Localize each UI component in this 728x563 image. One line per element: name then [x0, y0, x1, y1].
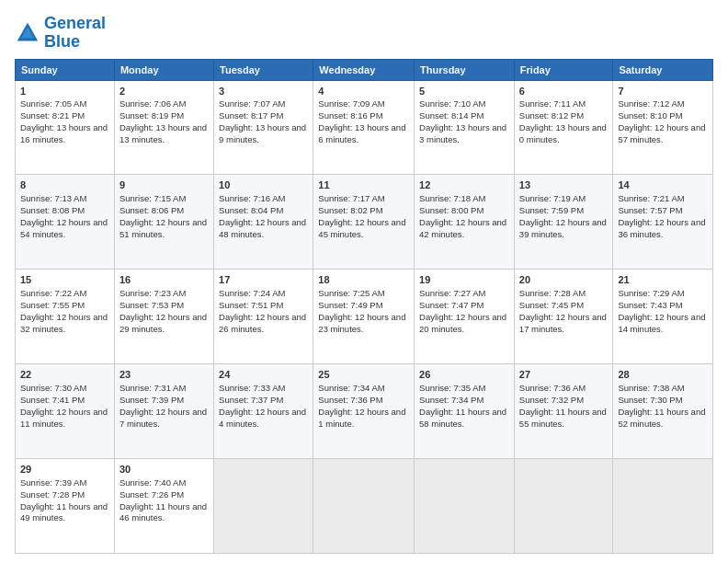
calendar-cell-day-7: 7Sunrise: 7:12 AMSunset: 8:10 PMDaylight… — [613, 80, 713, 175]
sunset: Sunset: 8:10 PM — [618, 110, 682, 121]
day-number: 8 — [20, 178, 109, 192]
sunset: Sunset: 7:55 PM — [20, 300, 85, 310]
calendar-cell-day-2: 2Sunrise: 7:06 AMSunset: 8:19 PMDaylight… — [114, 80, 213, 175]
sunrise: Sunrise: 7:39 AM — [20, 477, 86, 488]
sunrise: Sunrise: 7:15 AM — [119, 193, 186, 203]
daylight: Daylight: 12 hours and 20 minutes. — [419, 312, 506, 334]
daylight: Daylight: 12 hours and 26 minutes. — [219, 312, 306, 334]
daylight: Daylight: 12 hours and 51 minutes. — [119, 217, 207, 239]
calendar-cell-day-25: 25Sunrise: 7:34 AMSunset: 7:36 PMDayligh… — [313, 364, 415, 459]
day-number: 3 — [219, 85, 308, 98]
day-number: 12 — [419, 178, 509, 192]
sunset: Sunset: 8:21 PM — [20, 110, 85, 121]
calendar-header-thursday: Thursday — [415, 59, 515, 80]
daylight: Daylight: 11 hours and 52 minutes. — [618, 407, 705, 429]
calendar-cell-day-17: 17Sunrise: 7:24 AMSunset: 7:51 PMDayligh… — [214, 270, 313, 364]
calendar-cell-day-21: 21Sunrise: 7:29 AMSunset: 7:43 PMDayligh… — [613, 270, 713, 364]
day-number: 29 — [20, 463, 109, 477]
sunset: Sunset: 7:34 PM — [419, 395, 483, 405]
calendar-cell-day-6: 6Sunrise: 7:11 AMSunset: 8:12 PMDaylight… — [514, 80, 613, 175]
logo-text: General Blue — [44, 15, 106, 52]
calendar-week-5: 29Sunrise: 7:39 AMSunset: 7:28 PMDayligh… — [16, 459, 713, 554]
calendar-cell-day-13: 13Sunrise: 7:19 AMSunset: 7:59 PMDayligh… — [514, 175, 613, 270]
calendar-header-monday: Monday — [114, 59, 213, 80]
daylight: Daylight: 12 hours and 29 minutes. — [119, 312, 207, 334]
daylight: Daylight: 11 hours and 49 minutes. — [20, 501, 108, 523]
sunset: Sunset: 7:30 PM — [618, 395, 682, 405]
sunset: Sunset: 8:12 PM — [519, 110, 584, 121]
sunrise: Sunrise: 7:29 AM — [618, 288, 684, 298]
day-number: 2 — [119, 85, 209, 98]
sunrise: Sunrise: 7:31 AM — [119, 383, 186, 393]
calendar-cell-day-8: 8Sunrise: 7:13 AMSunset: 8:08 PMDaylight… — [16, 175, 115, 270]
daylight: Daylight: 12 hours and 48 minutes. — [219, 217, 306, 239]
sunrise: Sunrise: 7:40 AM — [119, 477, 186, 488]
sunrise: Sunrise: 7:16 AM — [219, 193, 285, 203]
calendar-week-4: 22Sunrise: 7:30 AMSunset: 7:41 PMDayligh… — [16, 364, 713, 459]
calendar-cell-day-23: 23Sunrise: 7:31 AMSunset: 7:39 PMDayligh… — [114, 364, 213, 459]
daylight: Daylight: 13 hours and 16 minutes. — [20, 122, 108, 144]
day-number: 30 — [119, 463, 209, 477]
day-number: 28 — [618, 368, 708, 382]
sunrise: Sunrise: 7:23 AM — [119, 288, 186, 298]
sunrise: Sunrise: 7:34 AM — [318, 383, 384, 393]
daylight: Daylight: 12 hours and 4 minutes. — [219, 407, 306, 429]
daylight: Daylight: 11 hours and 58 minutes. — [419, 407, 506, 429]
sunrise: Sunrise: 7:30 AM — [20, 383, 86, 393]
calendar-cell-day-27: 27Sunrise: 7:36 AMSunset: 7:32 PMDayligh… — [514, 364, 613, 459]
day-number: 10 — [219, 178, 308, 192]
sunset: Sunset: 8:00 PM — [419, 205, 483, 215]
sunset: Sunset: 8:16 PM — [318, 110, 382, 121]
calendar-week-1: 1Sunrise: 7:05 AMSunset: 8:21 PMDaylight… — [16, 80, 713, 175]
day-number: 20 — [519, 273, 609, 287]
day-number: 1 — [20, 85, 109, 98]
day-number: 9 — [119, 178, 209, 192]
sunset: Sunset: 7:37 PM — [219, 395, 283, 405]
sunrise: Sunrise: 7:19 AM — [519, 193, 586, 203]
daylight: Daylight: 12 hours and 39 minutes. — [519, 217, 607, 239]
sunset: Sunset: 8:06 PM — [119, 205, 184, 215]
day-number: 27 — [519, 368, 609, 382]
sunrise: Sunrise: 7:09 AM — [318, 98, 384, 109]
sunrise: Sunrise: 7:17 AM — [318, 193, 384, 203]
sunset: Sunset: 7:41 PM — [20, 395, 85, 405]
sunrise: Sunrise: 7:13 AM — [20, 193, 86, 203]
sunset: Sunset: 8:19 PM — [119, 110, 184, 121]
sunrise: Sunrise: 7:05 AM — [20, 98, 86, 109]
sunrise: Sunrise: 7:10 AM — [419, 98, 485, 109]
calendar-cell-day-20: 20Sunrise: 7:28 AMSunset: 7:45 PMDayligh… — [514, 270, 613, 364]
calendar-cell-day-11: 11Sunrise: 7:17 AMSunset: 8:02 PMDayligh… — [313, 175, 415, 270]
sunrise: Sunrise: 7:27 AM — [419, 288, 485, 298]
day-number: 17 — [219, 273, 308, 287]
sunset: Sunset: 7:45 PM — [519, 300, 584, 310]
calendar-cell-day-26: 26Sunrise: 7:35 AMSunset: 7:34 PMDayligh… — [415, 364, 515, 459]
sunset: Sunset: 8:08 PM — [20, 205, 85, 215]
calendar-cell-day-22: 22Sunrise: 7:30 AMSunset: 7:41 PMDayligh… — [16, 364, 115, 459]
daylight: Daylight: 13 hours and 3 minutes. — [419, 122, 506, 144]
daylight: Daylight: 12 hours and 32 minutes. — [20, 312, 108, 334]
daylight: Daylight: 12 hours and 23 minutes. — [318, 312, 405, 334]
day-number: 22 — [20, 368, 109, 382]
calendar-cell-day-1: 1Sunrise: 7:05 AMSunset: 8:21 PMDaylight… — [16, 80, 115, 175]
day-number: 24 — [219, 368, 308, 382]
sunrise: Sunrise: 7:33 AM — [219, 383, 285, 393]
calendar-cell-day-24: 24Sunrise: 7:33 AMSunset: 7:37 PMDayligh… — [214, 364, 313, 459]
sunset: Sunset: 7:49 PM — [318, 300, 382, 310]
page: General Blue SundayMondayTuesdayWednesda… — [0, 0, 728, 563]
header: General Blue — [15, 15, 713, 52]
calendar-cell-day-14: 14Sunrise: 7:21 AMSunset: 7:57 PMDayligh… — [613, 175, 713, 270]
day-number: 13 — [519, 178, 609, 192]
sunrise: Sunrise: 7:38 AM — [618, 383, 684, 393]
calendar-header-saturday: Saturday — [613, 59, 713, 80]
sunrise: Sunrise: 7:07 AM — [219, 98, 285, 109]
sunrise: Sunrise: 7:28 AM — [519, 288, 586, 298]
day-number: 16 — [119, 273, 209, 287]
sunset: Sunset: 8:02 PM — [318, 205, 382, 215]
day-number: 18 — [318, 273, 409, 287]
sunset: Sunset: 7:51 PM — [219, 300, 283, 310]
calendar-header-sunday: Sunday — [16, 59, 115, 80]
calendar-cell-empty — [514, 459, 613, 554]
calendar-cell-day-30: 30Sunrise: 7:40 AMSunset: 7:26 PMDayligh… — [114, 459, 213, 554]
calendar-cell-empty — [415, 459, 515, 554]
calendar-cell-empty — [613, 459, 713, 554]
